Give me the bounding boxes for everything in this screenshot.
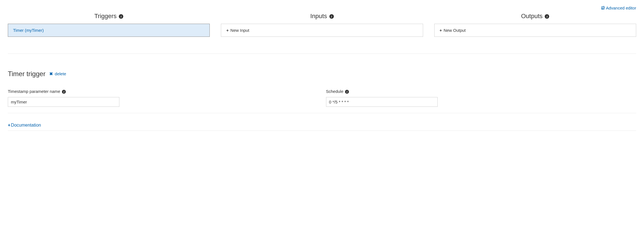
documentation-label: Documentation	[11, 123, 41, 127]
triggers-header-text: Triggers	[94, 13, 117, 20]
documentation-section: +Documentation	[8, 123, 636, 131]
delete-link[interactable]: ✖ delete	[49, 71, 66, 76]
inputs-header-text: Inputs	[310, 13, 327, 20]
x-icon: ✖	[49, 71, 53, 76]
info-icon[interactable]: i	[329, 14, 334, 19]
outputs-header-text: Outputs	[521, 13, 542, 20]
advanced-editor-container: Advanced editor	[8, 6, 636, 10]
outputs-column: Outputs i +New Output	[434, 13, 636, 37]
delete-label: delete	[55, 71, 66, 76]
new-output-label: New Output	[443, 28, 465, 33]
schedule-input[interactable]	[326, 97, 438, 107]
new-input-label: New Input	[230, 28, 249, 33]
plus-icon: +	[226, 28, 229, 33]
advanced-editor-link[interactable]: Advanced editor	[601, 6, 636, 10]
trigger-details-section: Timer trigger ✖ delete Timestamp paramet…	[8, 70, 636, 113]
info-icon[interactable]: i	[545, 14, 549, 19]
inputs-header: Inputs i	[221, 13, 423, 20]
trigger-item-timer[interactable]: Timer (myTimer)	[8, 24, 210, 37]
plus-icon: +	[440, 28, 442, 33]
inputs-column: Inputs i +New Input	[221, 13, 423, 37]
advanced-editor-label: Advanced editor	[606, 6, 636, 10]
schedule-field-group: Schedule i	[326, 89, 636, 107]
new-input-button[interactable]: +New Input	[221, 24, 423, 37]
fields-row: Timestamp parameter name i Schedule i	[8, 89, 636, 107]
triggers-header: Triggers i	[8, 13, 210, 20]
timestamp-label: Timestamp parameter name i	[8, 89, 318, 94]
timestamp-field-group: Timestamp parameter name i	[8, 89, 318, 107]
details-header: Timer trigger ✖ delete	[8, 70, 636, 78]
documentation-link[interactable]: +Documentation	[8, 123, 41, 127]
timestamp-input[interactable]	[8, 97, 119, 107]
bindings-columns: Triggers i Timer (myTimer) Inputs i +New…	[8, 13, 636, 54]
info-icon[interactable]: i	[62, 90, 66, 94]
new-output-button[interactable]: +New Output	[434, 24, 636, 37]
info-icon[interactable]: i	[345, 90, 349, 94]
trigger-item-label: Timer (myTimer)	[13, 28, 44, 33]
timestamp-label-text: Timestamp parameter name	[8, 89, 60, 94]
outputs-header: Outputs i	[434, 13, 636, 20]
schedule-label-text: Schedule	[326, 89, 344, 94]
triggers-column: Triggers i Timer (myTimer)	[8, 13, 210, 37]
details-title: Timer trigger	[8, 70, 45, 78]
schedule-label: Schedule i	[326, 89, 636, 94]
info-icon[interactable]: i	[119, 14, 123, 19]
edit-icon	[601, 6, 605, 10]
plus-icon: +	[8, 123, 10, 127]
